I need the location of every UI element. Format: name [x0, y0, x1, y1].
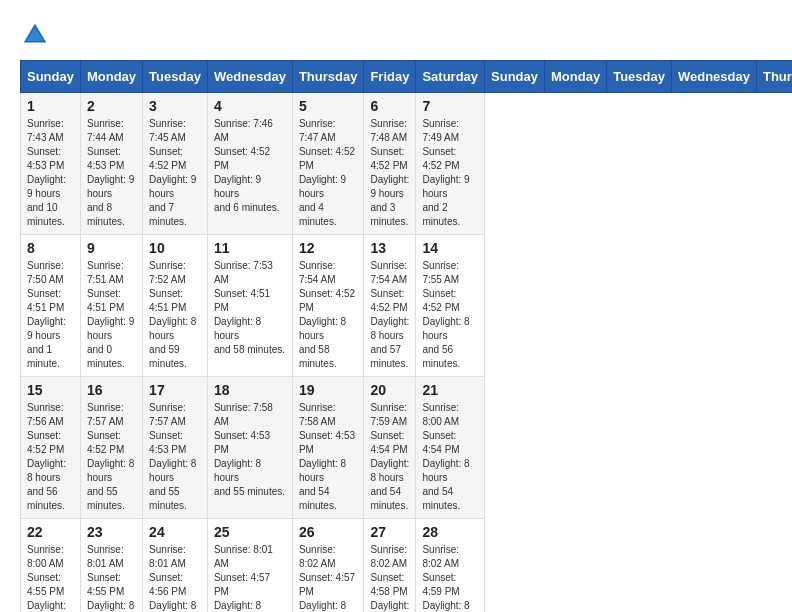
day-cell-27: 27Sunrise: 8:02 AM Sunset: 4:58 PM Dayli… — [364, 519, 416, 613]
header-monday: Monday — [80, 61, 142, 93]
day-number: 18 — [214, 382, 286, 398]
day-cell-3: 3Sunrise: 7:45 AM Sunset: 4:52 PM Daylig… — [143, 93, 208, 235]
day-info: Sunrise: 8:01 AM Sunset: 4:57 PM Dayligh… — [214, 543, 286, 612]
day-info: Sunrise: 7:59 AM Sunset: 4:54 PM Dayligh… — [370, 401, 409, 513]
day-number: 17 — [149, 382, 201, 398]
day-number: 16 — [87, 382, 136, 398]
day-cell-11: 11Sunrise: 7:53 AM Sunset: 4:51 PM Dayli… — [207, 235, 292, 377]
day-info: Sunrise: 7:56 AM Sunset: 4:52 PM Dayligh… — [27, 401, 74, 513]
calendar-table: SundayMondayTuesdayWednesdayThursdayFrid… — [20, 60, 792, 612]
day-number: 3 — [149, 98, 201, 114]
day-number: 6 — [370, 98, 409, 114]
day-number: 23 — [87, 524, 136, 540]
day-number: 4 — [214, 98, 286, 114]
col-header-wednesday: Wednesday — [671, 61, 756, 93]
day-number: 7 — [422, 98, 478, 114]
day-number: 25 — [214, 524, 286, 540]
day-cell-17: 17Sunrise: 7:57 AM Sunset: 4:53 PM Dayli… — [143, 377, 208, 519]
day-info: Sunrise: 7:58 AM Sunset: 4:53 PM Dayligh… — [214, 401, 286, 499]
col-header-sunday: Sunday — [485, 61, 545, 93]
day-info: Sunrise: 7:50 AM Sunset: 4:51 PM Dayligh… — [27, 259, 74, 371]
day-cell-7: 7Sunrise: 7:49 AM Sunset: 4:52 PM Daylig… — [416, 93, 485, 235]
day-info: Sunrise: 7:51 AM Sunset: 4:51 PM Dayligh… — [87, 259, 136, 371]
day-cell-4: 4Sunrise: 7:46 AM Sunset: 4:52 PM Daylig… — [207, 93, 292, 235]
day-info: Sunrise: 7:43 AM Sunset: 4:53 PM Dayligh… — [27, 117, 74, 229]
day-number: 2 — [87, 98, 136, 114]
day-number: 13 — [370, 240, 409, 256]
day-info: Sunrise: 7:57 AM Sunset: 4:53 PM Dayligh… — [149, 401, 201, 513]
day-info: Sunrise: 8:01 AM Sunset: 4:55 PM Dayligh… — [87, 543, 136, 612]
day-number: 8 — [27, 240, 74, 256]
week-row-2: 8Sunrise: 7:50 AM Sunset: 4:51 PM Daylig… — [21, 235, 793, 377]
day-cell-15: 15Sunrise: 7:56 AM Sunset: 4:52 PM Dayli… — [21, 377, 81, 519]
day-info: Sunrise: 7:54 AM Sunset: 4:52 PM Dayligh… — [370, 259, 409, 371]
day-cell-14: 14Sunrise: 7:55 AM Sunset: 4:52 PM Dayli… — [416, 235, 485, 377]
day-cell-6: 6Sunrise: 7:48 AM Sunset: 4:52 PM Daylig… — [364, 93, 416, 235]
day-info: Sunrise: 7:47 AM Sunset: 4:52 PM Dayligh… — [299, 117, 358, 229]
day-cell-25: 25Sunrise: 8:01 AM Sunset: 4:57 PM Dayli… — [207, 519, 292, 613]
day-number: 11 — [214, 240, 286, 256]
day-number: 14 — [422, 240, 478, 256]
day-info: Sunrise: 7:54 AM Sunset: 4:52 PM Dayligh… — [299, 259, 358, 371]
day-info: Sunrise: 7:48 AM Sunset: 4:52 PM Dayligh… — [370, 117, 409, 229]
header-wednesday: Wednesday — [207, 61, 292, 93]
day-info: Sunrise: 7:55 AM Sunset: 4:52 PM Dayligh… — [422, 259, 478, 371]
day-cell-1: 1Sunrise: 7:43 AM Sunset: 4:53 PM Daylig… — [21, 93, 81, 235]
week-row-4: 22Sunrise: 8:00 AM Sunset: 4:55 PM Dayli… — [21, 519, 793, 613]
day-cell-9: 9Sunrise: 7:51 AM Sunset: 4:51 PM Daylig… — [80, 235, 142, 377]
day-cell-24: 24Sunrise: 8:01 AM Sunset: 4:56 PM Dayli… — [143, 519, 208, 613]
day-cell-13: 13Sunrise: 7:54 AM Sunset: 4:52 PM Dayli… — [364, 235, 416, 377]
col-header-tuesday: Tuesday — [607, 61, 672, 93]
day-info: Sunrise: 7:45 AM Sunset: 4:52 PM Dayligh… — [149, 117, 201, 229]
header-tuesday: Tuesday — [143, 61, 208, 93]
day-number: 15 — [27, 382, 74, 398]
day-number: 28 — [422, 524, 478, 540]
day-cell-20: 20Sunrise: 7:59 AM Sunset: 4:54 PM Dayli… — [364, 377, 416, 519]
day-cell-21: 21Sunrise: 8:00 AM Sunset: 4:54 PM Dayli… — [416, 377, 485, 519]
day-number: 27 — [370, 524, 409, 540]
header-thursday: Thursday — [292, 61, 364, 93]
week-row-1: 1Sunrise: 7:43 AM Sunset: 4:53 PM Daylig… — [21, 93, 793, 235]
day-info: Sunrise: 7:44 AM Sunset: 4:53 PM Dayligh… — [87, 117, 136, 229]
day-info: Sunrise: 7:49 AM Sunset: 4:52 PM Dayligh… — [422, 117, 478, 229]
day-info: Sunrise: 7:57 AM Sunset: 4:52 PM Dayligh… — [87, 401, 136, 513]
header-saturday: Saturday — [416, 61, 485, 93]
day-info: Sunrise: 8:00 AM Sunset: 4:54 PM Dayligh… — [422, 401, 478, 513]
day-info: Sunrise: 8:01 AM Sunset: 4:56 PM Dayligh… — [149, 543, 201, 612]
day-cell-22: 22Sunrise: 8:00 AM Sunset: 4:55 PM Dayli… — [21, 519, 81, 613]
day-number: 1 — [27, 98, 74, 114]
day-number: 20 — [370, 382, 409, 398]
header — [20, 20, 772, 50]
day-number: 26 — [299, 524, 358, 540]
header-friday: Friday — [364, 61, 416, 93]
day-info: Sunrise: 7:58 AM Sunset: 4:53 PM Dayligh… — [299, 401, 358, 513]
day-number: 9 — [87, 240, 136, 256]
week-row-3: 15Sunrise: 7:56 AM Sunset: 4:52 PM Dayli… — [21, 377, 793, 519]
day-cell-10: 10Sunrise: 7:52 AM Sunset: 4:51 PM Dayli… — [143, 235, 208, 377]
logo-icon — [20, 20, 50, 50]
day-info: Sunrise: 8:00 AM Sunset: 4:55 PM Dayligh… — [27, 543, 74, 612]
day-cell-2: 2Sunrise: 7:44 AM Sunset: 4:53 PM Daylig… — [80, 93, 142, 235]
day-cell-26: 26Sunrise: 8:02 AM Sunset: 4:57 PM Dayli… — [292, 519, 364, 613]
day-cell-18: 18Sunrise: 7:58 AM Sunset: 4:53 PM Dayli… — [207, 377, 292, 519]
col-header-monday: Monday — [545, 61, 607, 93]
day-cell-16: 16Sunrise: 7:57 AM Sunset: 4:52 PM Dayli… — [80, 377, 142, 519]
day-info: Sunrise: 7:53 AM Sunset: 4:51 PM Dayligh… — [214, 259, 286, 357]
day-number: 12 — [299, 240, 358, 256]
day-info: Sunrise: 8:02 AM Sunset: 4:57 PM Dayligh… — [299, 543, 358, 612]
logo — [20, 20, 54, 50]
day-number: 24 — [149, 524, 201, 540]
col-header-thursday: Thursday — [756, 61, 792, 93]
day-number: 10 — [149, 240, 201, 256]
day-cell-23: 23Sunrise: 8:01 AM Sunset: 4:55 PM Dayli… — [80, 519, 142, 613]
day-info: Sunrise: 8:02 AM Sunset: 4:59 PM Dayligh… — [422, 543, 478, 612]
day-number: 21 — [422, 382, 478, 398]
day-number: 19 — [299, 382, 358, 398]
day-info: Sunrise: 7:46 AM Sunset: 4:52 PM Dayligh… — [214, 117, 286, 215]
day-cell-19: 19Sunrise: 7:58 AM Sunset: 4:53 PM Dayli… — [292, 377, 364, 519]
day-cell-5: 5Sunrise: 7:47 AM Sunset: 4:52 PM Daylig… — [292, 93, 364, 235]
day-info: Sunrise: 7:52 AM Sunset: 4:51 PM Dayligh… — [149, 259, 201, 371]
day-cell-12: 12Sunrise: 7:54 AM Sunset: 4:52 PM Dayli… — [292, 235, 364, 377]
header-sunday: Sunday — [21, 61, 81, 93]
day-cell-8: 8Sunrise: 7:50 AM Sunset: 4:51 PM Daylig… — [21, 235, 81, 377]
